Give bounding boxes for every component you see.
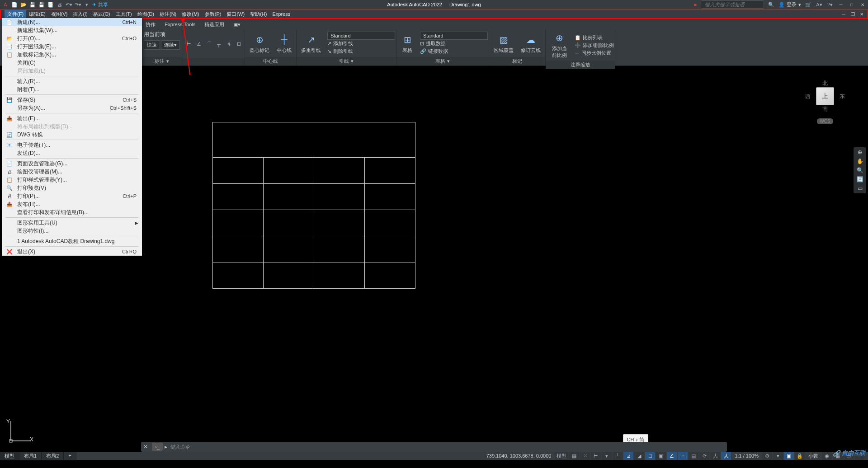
revcloud-button[interactable]: ☁ 修订云线 (517, 33, 544, 55)
showmotion-icon[interactable]: ▭ (858, 185, 863, 192)
tolerance-icon[interactable]: ⊡ (234, 40, 244, 49)
table-style-combo[interactable]: Standard (420, 32, 488, 40)
sync-scale-button[interactable]: ↔ 同步比例位置 (575, 49, 614, 57)
undo-icon[interactable]: ↶▾ (65, 1, 72, 8)
centerline-button[interactable]: ┼ 中心线 (273, 33, 295, 55)
centermark-button[interactable]: ⊕ 圆心标记 (246, 33, 273, 55)
open-icon[interactable]: 📂 (20, 1, 27, 8)
file-menu-item[interactable]: 输入(R)... (2, 77, 142, 85)
tab-collaborate[interactable]: 协作 (141, 20, 160, 29)
extract-data-button[interactable]: ⊡ 提取数据 (420, 40, 488, 47)
mleader-style-combo[interactable]: Standard (327, 32, 395, 40)
wipeout-button[interactable]: ▨ 区域覆盖 (490, 33, 517, 55)
zoom-icon[interactable]: 🔍 (857, 167, 863, 173)
ordinate-icon[interactable]: ┬ (214, 40, 224, 49)
file-menu-item[interactable]: 💾保存(S)Ctrl+S (2, 96, 142, 104)
menu-文件[interactable]: 文件(F) (5, 10, 26, 19)
remove-leader-button[interactable]: ↘ 删除引线 (327, 47, 395, 55)
file-menu-item[interactable]: 📋打印样式管理器(Y)... (2, 176, 142, 184)
annoscale-icon[interactable]: 人 (721, 452, 731, 460)
doc-minimize-button[interactable]: ─ (840, 11, 847, 17)
file-menu-item[interactable]: 图形特性(I)... (2, 227, 142, 235)
menu-帮助[interactable]: 帮助(H) (247, 10, 269, 19)
polar-icon[interactable]: ⊿ (623, 452, 633, 460)
menu-绘图[interactable]: 绘图(D) (135, 10, 157, 19)
hwacc-icon[interactable]: ◉ (822, 452, 832, 460)
3dosnap-icon[interactable]: ▣ (656, 452, 666, 460)
tab-layout2[interactable]: 布局2 (42, 452, 64, 460)
selcycle-icon[interactable]: ⟳ (699, 452, 709, 460)
file-menu-item[interactable]: 📤输出(E)... (2, 114, 142, 122)
new-icon[interactable]: 📄 (11, 1, 18, 8)
file-menu-item[interactable]: 📂打开(O)...Ctrl+O (2, 34, 142, 42)
wcs-badge[interactable]: WCS (817, 118, 833, 124)
infer-icon[interactable]: ⊢ (591, 452, 601, 460)
maximize-button[interactable]: □ (848, 1, 855, 8)
plot-icon[interactable]: 🖨 (56, 1, 63, 8)
gear-icon[interactable]: ⚙ (762, 452, 772, 460)
file-menu-item[interactable]: 📑打开图纸集(E)... (2, 42, 142, 51)
lock-icon[interactable]: 🔒 (795, 452, 805, 460)
minimize-button[interactable]: ─ (837, 1, 844, 8)
file-menu-item[interactable]: 新建图纸集(W)... (2, 26, 142, 34)
baseline-icon[interactable]: ⊢ (184, 40, 194, 49)
menu-express[interactable]: Express (269, 10, 293, 18)
cmdline-close-icon[interactable]: ✕ (141, 444, 150, 450)
osnap-icon[interactable]: □ (645, 452, 655, 460)
file-menu-item[interactable]: 关闭(C) (2, 59, 142, 67)
menu-参数[interactable]: 参数(P) (202, 10, 224, 19)
file-menu-item[interactable]: 📄页面设置管理器(G)... (2, 159, 142, 168)
menu-插入[interactable]: 插入(I) (70, 10, 90, 19)
file-menu-item[interactable]: 另存为(A)...Ctrl+Shift+S (2, 104, 142, 112)
cmdline-prompt-icon[interactable]: ›_ (152, 443, 163, 451)
annomon-icon[interactable]: 人 (710, 452, 720, 460)
login-button[interactable]: 👤 登录 ▾ (778, 1, 801, 8)
tab-model[interactable]: 模型 (0, 452, 19, 460)
lwt-icon[interactable]: ≡ (678, 452, 688, 460)
table-button[interactable]: ⊞ 表格 (397, 33, 417, 55)
saveas-icon[interactable]: 💾 (38, 1, 45, 8)
search-icon[interactable]: 🔍 (768, 1, 775, 8)
menu-窗口[interactable]: 窗口(W) (224, 10, 247, 19)
isodraft-icon[interactable]: ◢ (634, 452, 644, 460)
file-menu-item[interactable]: 📤发布(H)... (2, 200, 142, 208)
viewcube-top[interactable]: 上 (816, 87, 834, 105)
search-input[interactable] (701, 0, 764, 9)
file-menu-item[interactable]: 发送(D)... (2, 149, 142, 157)
pan-icon[interactable]: ✋ (857, 158, 863, 164)
file-menu-item[interactable]: 📧电子传递(T)... (2, 141, 142, 149)
file-menu-item[interactable]: 1 Autodesk AutoCAD教程 Drawing1.dwg (2, 237, 142, 245)
menu-编辑[interactable]: 编辑(E) (26, 10, 48, 19)
close-button[interactable]: ✕ (859, 1, 866, 8)
redo-icon[interactable]: ↷▾ (74, 1, 81, 8)
cmdline-input[interactable]: 键入命令 (167, 444, 727, 450)
tab-layout1[interactable]: 布局1 (19, 452, 42, 460)
file-menu-item[interactable]: 🔍打印预览(V) (2, 184, 142, 192)
link-data-button[interactable]: 🔗 链接数据 (420, 47, 488, 55)
scale-list-button[interactable]: 📋 比例列表 (575, 34, 614, 42)
share-button[interactable]: ✈ 共享 (92, 1, 108, 8)
file-menu-item[interactable]: ❌退出(X)Ctrl+Q (2, 248, 142, 256)
save-icon[interactable]: 💾 (29, 1, 36, 8)
cart-icon[interactable]: 🛒 (805, 1, 812, 8)
space-toggle[interactable]: 模型 (555, 452, 568, 460)
tab-express-tools[interactable]: Express Tools (160, 20, 200, 28)
file-menu-item[interactable]: 📋加载标记集(K)... (2, 51, 142, 59)
file-menu-item[interactable]: 查看打印和发布详细信息(B)... (2, 208, 142, 216)
saveall-icon[interactable]: 📑 (47, 1, 54, 8)
app-menu-icon[interactable]: A▾ (816, 1, 823, 8)
transparency-icon[interactable]: ▤ (689, 452, 698, 460)
jog-icon[interactable]: ↯ (224, 40, 234, 49)
add-leader-button[interactable]: ↗ 添加引线 (327, 40, 395, 47)
menu-工具[interactable]: 工具(T) (113, 10, 135, 19)
doc-close-button[interactable]: ✕ (858, 11, 865, 17)
arc-icon[interactable]: ⌒ (204, 40, 214, 49)
orbit-icon[interactable]: 🔄 (857, 176, 863, 183)
menu-格式[interactable]: 格式(O) (90, 10, 113, 19)
scale-display[interactable]: 1:1 / 100% (732, 453, 761, 459)
doc-restore-button[interactable]: ❐ (849, 11, 856, 17)
grid-icon[interactable]: ▦ (569, 452, 579, 460)
snapmode-icon[interactable]: ⁙ (580, 452, 590, 460)
file-menu-item[interactable]: 🖨绘图仪管理器(M)... (2, 168, 142, 176)
file-menu-item[interactable]: 🖨打印(P)...Ctrl+P (2, 192, 142, 200)
